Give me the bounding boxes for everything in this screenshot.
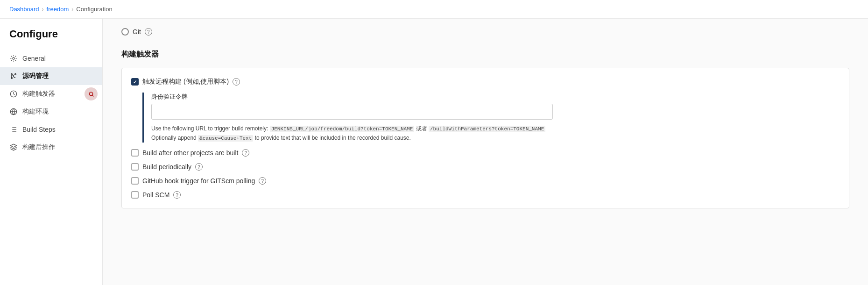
sidebar-item-source[interactable]: 源码管理	[0, 67, 102, 85]
trigger-help-0[interactable]: ?	[242, 149, 249, 157]
main-content: Git ? 构建触发器 触发远程构建 (例如,使用脚本) ? 身份验证令牌 Us…	[103, 19, 868, 285]
svg-point-5	[89, 92, 93, 96]
trigger-help-2[interactable]: ?	[259, 177, 266, 185]
gear-icon	[9, 54, 18, 63]
url-info-or: 或者	[414, 125, 429, 132]
remote-trigger-row: 触发远程构建 (例如,使用脚本) ?	[131, 78, 840, 86]
breadcrumb-sep-2: ›	[71, 6, 73, 13]
url-info-line1-prefix: Use the following URL to trigger build r…	[151, 125, 270, 132]
trigger-checkbox-2[interactable]	[131, 177, 139, 185]
sidebar-item-general-label: General	[22, 55, 46, 62]
breadcrumb: Dashboard › freedom › Configuration	[0, 0, 868, 19]
breadcrumb-sep-1: ›	[42, 6, 44, 13]
breadcrumb-freedom[interactable]: freedom	[47, 6, 69, 13]
sidebar-item-general[interactable]: General	[0, 50, 102, 67]
sidebar-item-post-build[interactable]: 构建后操作	[0, 138, 102, 156]
trigger-help-3[interactable]: ?	[173, 191, 181, 199]
sidebar-item-triggers[interactable]: 构建触发器	[0, 85, 102, 103]
remote-trigger-checkbox[interactable]	[131, 78, 139, 86]
breadcrumb-configuration: Configuration	[76, 6, 112, 13]
sidebar-item-env-label: 构建环境	[22, 107, 49, 116]
url-info: Use the following URL to trigger build r…	[151, 124, 840, 143]
sidebar-item-triggers-label: 构建触发器	[22, 90, 55, 98]
remote-trigger-help[interactable]: ?	[233, 78, 240, 86]
trigger-label-3: Poll SCM	[142, 191, 169, 199]
branch-icon	[9, 72, 18, 80]
trigger-label-2: GitHub hook trigger for GITScm polling	[142, 177, 255, 185]
trigger-row-0: Build after other projects are built ?	[131, 149, 840, 157]
globe-icon	[9, 107, 18, 116]
svg-point-0	[13, 57, 14, 59]
token-label: 身份验证令牌	[151, 93, 840, 101]
git-radio[interactable]	[121, 28, 129, 36]
sidebar: Configure General 源码管理	[0, 19, 103, 285]
git-row: Git ?	[121, 28, 849, 36]
trigger-row-2: GitHub hook trigger for GITScm polling ?	[131, 177, 840, 185]
list-icon	[9, 125, 18, 134]
trigger-label-0: Build after other projects are built	[142, 149, 238, 157]
url-info-line2-prefix: Optionally append	[151, 135, 198, 141]
url-info-code2: /buildWithParameters?token=TOKEN_NAME	[429, 126, 545, 132]
sidebar-item-post-build-label: 构建后操作	[22, 143, 55, 151]
git-label: Git	[133, 28, 141, 36]
triggers-section-header: 构建触发器	[121, 50, 849, 59]
sidebar-item-source-label: 源码管理	[22, 72, 49, 80]
token-input[interactable]	[151, 104, 553, 120]
git-help-icon[interactable]: ?	[145, 28, 152, 36]
trigger-checkbox-1[interactable]	[131, 163, 139, 171]
box-icon	[9, 143, 18, 151]
url-info-code3: &cause=Cause+Text	[198, 135, 253, 142]
trigger-row-1: Build periodically ?	[131, 163, 840, 171]
trigger-row-3: Poll SCM ?	[131, 191, 840, 199]
sidebar-item-env[interactable]: 构建环境	[0, 103, 102, 121]
svg-point-2	[11, 78, 13, 79]
sidebar-item-build-steps-label: Build Steps	[22, 126, 56, 133]
clock-icon	[9, 90, 18, 98]
triggers-section: 触发远程构建 (例如,使用脚本) ? 身份验证令牌 Use the follow…	[121, 68, 849, 208]
sidebar-title: Configure	[0, 28, 102, 50]
sidebar-item-build-steps[interactable]: Build Steps	[0, 121, 102, 138]
svg-point-3	[15, 74, 16, 75]
trigger-label-1: Build periodically	[142, 163, 191, 171]
trigger-help-1[interactable]: ?	[195, 163, 203, 171]
trigger-checkbox-0[interactable]	[131, 149, 139, 157]
breadcrumb-dashboard[interactable]: Dashboard	[9, 6, 39, 13]
url-info-code1: JENKINS_URL/job/freedom/build?token=TOKE…	[270, 126, 415, 132]
url-info-line2-suffix: to provide text that will be included in…	[253, 135, 411, 141]
remote-trigger-label: 触发远程构建 (例如,使用脚本)	[142, 78, 229, 86]
trigger-checkbox-3[interactable]	[131, 191, 139, 199]
token-area: 身份验证令牌 Use the following URL to trigger …	[142, 93, 840, 143]
search-badge	[85, 87, 98, 100]
